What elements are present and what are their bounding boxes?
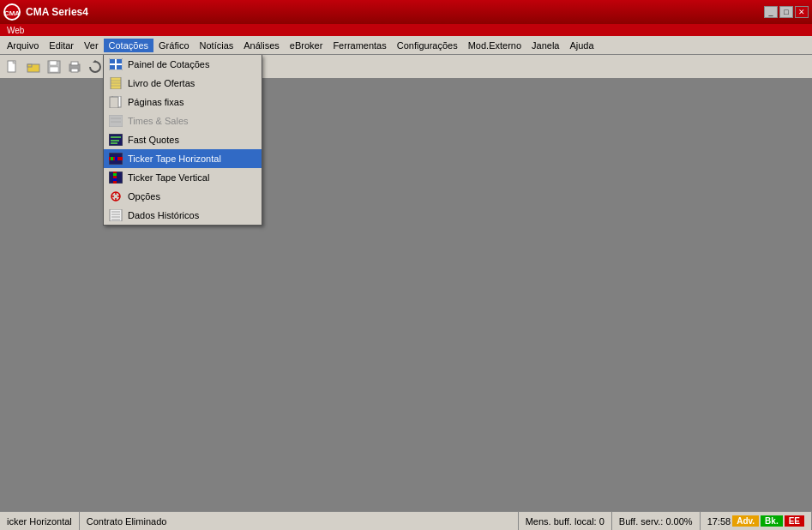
- svg-rect-32: [110, 97, 118, 108]
- svg-rect-8: [50, 67, 58, 72]
- close-button[interactable]: ✕: [795, 6, 809, 18]
- menu-paginas-fixas[interactable]: Páginas fixas: [104, 93, 262, 111]
- opcoes-icon: [109, 190, 123, 203]
- menu-ticker-horizontal[interactable]: Ticker Tape Horizontal: [104, 149, 262, 168]
- refresh-button[interactable]: [86, 57, 105, 76]
- svg-rect-42: [111, 157, 113, 160]
- menu-cotacoes[interactable]: Cotações: [104, 39, 153, 52]
- menu-dados-historicos[interactable]: Dados Históricos: [104, 206, 262, 225]
- ticker-v-icon: [109, 171, 123, 184]
- menu-configuracoes[interactable]: Configurações: [392, 39, 463, 52]
- menu-ferramentas[interactable]: Ferramentas: [328, 39, 391, 52]
- menu-arquivo[interactable]: Arquivo: [2, 39, 44, 52]
- title-bar-controls[interactable]: _ □ ✕: [764, 6, 809, 18]
- status-left-text: icker Horizontal: [7, 516, 72, 527]
- app-logo: CMA: [3, 3, 21, 21]
- svg-rect-38: [111, 140, 119, 142]
- svg-rect-11: [71, 69, 78, 72]
- menu-livro-ofertas[interactable]: Livro de Ofertas: [104, 74, 262, 93]
- menu-fast-quotes[interactable]: Fast Quotes: [104, 130, 262, 149]
- ticker-vertical-label: Ticker Tape Vertical: [128, 172, 209, 183]
- menu-ticker-vertical[interactable]: Ticker Tape Vertical: [104, 168, 262, 187]
- svg-rect-10: [71, 62, 78, 65]
- menu-analises[interactable]: Análises: [238, 39, 285, 52]
- subtitle-bar: Web: [0, 24, 812, 36]
- svg-rect-7: [50, 61, 57, 65]
- opcoes-label: Opções: [128, 191, 160, 202]
- status-buff-serv: Buff. serv.: 0.00%: [612, 512, 701, 530]
- ticker-h-icon: [109, 152, 123, 166]
- buff-local-text: Mens. buff. local: 0: [526, 516, 604, 527]
- status-left: icker Horizontal: [0, 512, 80, 530]
- svg-rect-33: [109, 115, 123, 127]
- svg-rect-25: [110, 65, 115, 69]
- title-bar: CMA CMA Series4 _ □ ✕: [0, 0, 812, 24]
- livro-ofertas-label: Livro de Ofertas: [128, 78, 195, 88]
- menu-painel-cotacoes[interactable]: Painel de Cotações: [104, 55, 262, 74]
- app-title: CMA Series4: [26, 6, 88, 18]
- save-button[interactable]: [45, 57, 63, 76]
- dados-historicos-label: Dados Históricos: [128, 210, 199, 220]
- svg-rect-43: [115, 157, 117, 160]
- app-subtitle: Web: [7, 26, 24, 35]
- maximize-button[interactable]: □: [779, 6, 793, 18]
- menu-opcoes[interactable]: Opções: [104, 187, 262, 206]
- menu-editar[interactable]: Editar: [44, 39, 79, 52]
- paginas-fixas-label: Páginas fixas: [128, 97, 183, 107]
- svg-rect-23: [110, 59, 115, 63]
- new-button[interactable]: [3, 57, 22, 76]
- svg-rect-37: [111, 136, 121, 138]
- times-sales-label: Times & Sales: [128, 116, 189, 126]
- svg-rect-26: [117, 65, 122, 69]
- status-bar: icker Horizontal Contrato Eliminado Mens…: [0, 511, 812, 530]
- badge-bk: Bk.: [761, 515, 783, 527]
- menu-bar: Arquivo Editar Ver Cotações Gráfico Notí…: [0, 36, 812, 55]
- menu-noticias[interactable]: Notícias: [195, 39, 239, 52]
- minimize-button[interactable]: _: [764, 6, 778, 18]
- print-button[interactable]: [65, 57, 84, 76]
- fast-icon: [109, 133, 123, 147]
- status-buff-local: Mens. buff. local: 0: [519, 512, 612, 530]
- badge-adv: Adv.: [732, 515, 759, 527]
- menu-ebroker[interactable]: eBroker: [285, 39, 328, 52]
- menu-janela[interactable]: Janela: [526, 39, 564, 52]
- open-button[interactable]: [24, 57, 43, 76]
- badge-ee: EE: [785, 515, 804, 527]
- status-time: 17:58 Adv. Bk. EE: [701, 512, 812, 530]
- ticker-horizontal-label: Ticker Tape Horizontal: [128, 154, 221, 164]
- svg-text:CMA: CMA: [4, 9, 20, 17]
- svg-rect-39: [111, 142, 117, 144]
- fast-quotes-label: Fast Quotes: [128, 135, 179, 145]
- svg-rect-5: [27, 64, 32, 67]
- buff-serv-text: Buff. serv.: 0.00%: [619, 516, 693, 527]
- historicos-icon: [109, 208, 123, 222]
- livro-icon: [109, 76, 123, 90]
- painel-cotacoes-label: Painel de Cotações: [128, 59, 209, 69]
- status-contract: Contrato Eliminado: [80, 512, 519, 530]
- panel-icon: [109, 57, 123, 71]
- times-icon: [109, 114, 123, 128]
- paginas-icon: [109, 95, 123, 109]
- title-bar-left: CMA CMA Series4: [3, 3, 88, 21]
- svg-rect-46: [113, 173, 117, 176]
- menu-times-sales: Times & Sales: [104, 111, 262, 130]
- status-contract-text: Contrato Eliminado: [87, 516, 167, 527]
- cotacoes-dropdown: Painel de Cotações Livro de Ofertas Pági…: [103, 55, 262, 226]
- time-text: 17:58: [707, 516, 731, 527]
- svg-rect-47: [113, 178, 117, 181]
- menu-ver[interactable]: Ver: [79, 39, 104, 52]
- menu-grafico[interactable]: Gráfico: [153, 39, 194, 52]
- menu-ajuda[interactable]: Ajuda: [564, 39, 598, 52]
- menu-modexterno[interactable]: Mod.Externo: [463, 39, 526, 52]
- svg-rect-24: [117, 59, 122, 63]
